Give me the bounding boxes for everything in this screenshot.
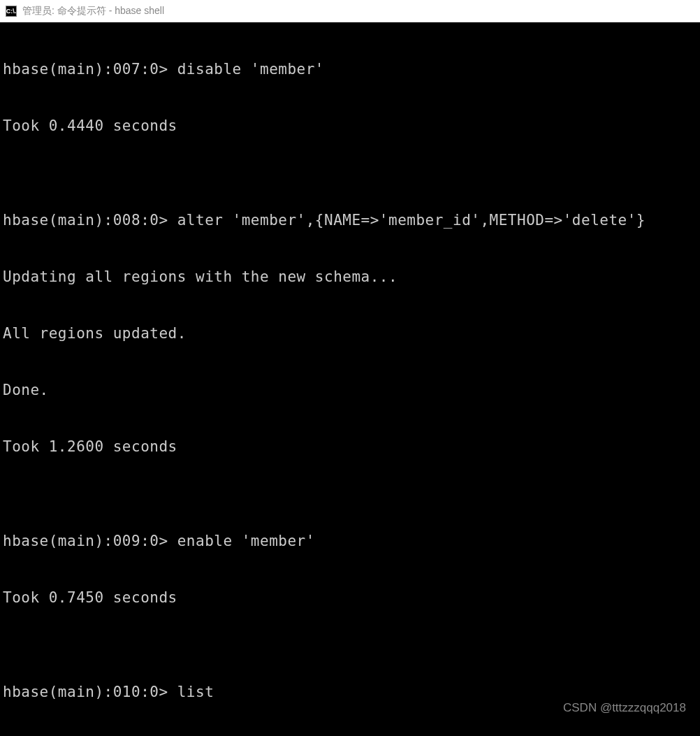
terminal-line: hbase(main):010:0> list [3,683,700,702]
terminal-line: hbase(main):007:0> disable 'member' [3,60,700,79]
cmd-icon: C:\. [6,6,17,17]
window-title: 管理员: 命令提示符 - hbase shell [22,5,164,17]
terminal-line: All regions updated. [3,324,700,343]
terminal-line: Took 0.4440 seconds [3,117,700,136]
window-titlebar[interactable]: C:\. 管理员: 命令提示符 - hbase shell [0,0,700,22]
terminal-line: Done. [3,381,700,400]
terminal-line: hbase(main):008:0> alter 'member',{NAME=… [3,211,700,230]
terminal-line: hbase(main):009:0> enable 'member' [3,532,700,551]
terminal-content[interactable]: hbase(main):007:0> disable 'member' Took… [0,22,700,736]
terminal-line: Updating all regions with the new schema… [3,268,700,287]
terminal-window: C:\. 管理员: 命令提示符 - hbase shell hbase(main… [0,0,700,736]
terminal-line: Took 0.7450 seconds [3,589,700,607]
watermark: CSDN @tttzzzqqq2018 [563,701,686,715]
terminal-line: Took 1.2600 seconds [3,438,700,456]
